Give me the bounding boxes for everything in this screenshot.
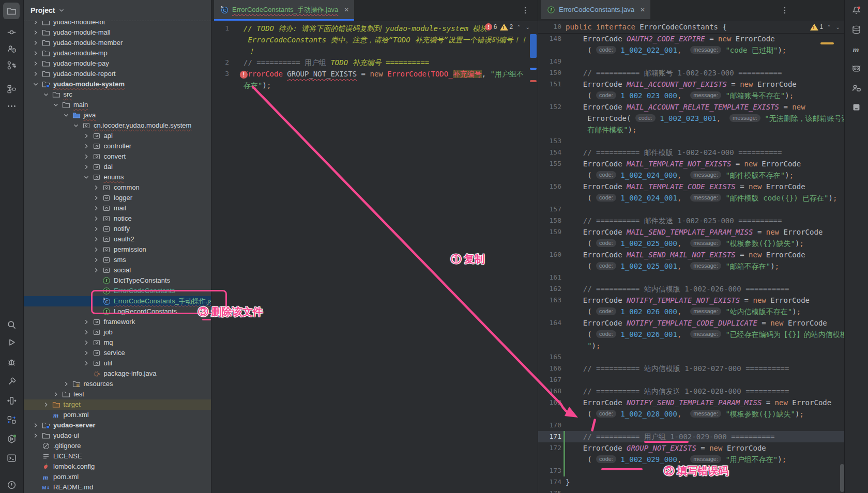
- problems-tool-icon[interactable]: [3, 476, 20, 493]
- chevron-right-icon[interactable]: [93, 246, 100, 253]
- line-number[interactable]: 155: [538, 158, 561, 170]
- tree-item-notice[interactable]: notice: [23, 213, 211, 224]
- tree-item-mq[interactable]: mq: [23, 337, 211, 348]
- chevron-right-icon[interactable]: [93, 256, 100, 264]
- code-line-175[interactable]: 175: [538, 488, 845, 493]
- tree-item-yudao-module-system[interactable]: yudao-module-system: [23, 79, 211, 89]
- tree-item-errorcodeconstants[interactable]: IErrorCodeConstants: [23, 286, 211, 296]
- scrollbar-warning-mark[interactable]: [820, 42, 834, 44]
- chevron-right-icon[interactable]: [83, 329, 90, 336]
- chevron-right-icon[interactable]: [93, 205, 100, 212]
- next-issue-chevron-icon[interactable]: ⌄: [525, 24, 531, 30]
- line-number[interactable]: 166: [538, 363, 561, 374]
- tree-item-yudao-module-pay[interactable]: yudao-module-pay: [23, 58, 211, 69]
- tree-item-notify[interactable]: notify: [23, 224, 211, 234]
- code-area-left[interactable]: 1// TODO 待办: 请将下面的错误码复制到 yudao-module-sy…: [211, 21, 538, 493]
- tab-options-kebab-icon[interactable]: [780, 6, 789, 15]
- line-number[interactable]: [538, 306, 561, 317]
- tree-item-main[interactable]: main: [23, 100, 211, 110]
- next-issue-chevron-icon[interactable]: ⌄: [835, 24, 841, 30]
- tree-item-logger[interactable]: logger: [23, 193, 211, 203]
- build-tool-icon[interactable]: [3, 373, 20, 390]
- line-number[interactable]: [538, 340, 561, 351]
- line-number[interactable]: [538, 170, 561, 181]
- line-number[interactable]: 161: [538, 272, 561, 283]
- tree-item-java[interactable]: java: [23, 110, 211, 120]
- chevron-down-icon[interactable]: [32, 81, 39, 88]
- code-line-173[interactable]: 173: [538, 465, 845, 476]
- chevron-right-icon[interactable]: [83, 153, 90, 160]
- line-number[interactable]: 160: [538, 249, 561, 260]
- chevron-down-icon[interactable]: [83, 174, 90, 181]
- code-line-170[interactable]: 170: [538, 420, 845, 431]
- chevron-right-icon[interactable]: [93, 215, 100, 222]
- more-tools-icon[interactable]: [3, 98, 20, 114]
- remote-dev-icon[interactable]: [3, 411, 20, 428]
- line-number[interactable]: [538, 408, 561, 420]
- prev-issue-chevron-icon[interactable]: ⌃: [515, 24, 522, 30]
- line-number[interactable]: [211, 45, 229, 57]
- terminal-tool-icon[interactable]: [3, 450, 20, 466]
- scrollbar-selection-mark[interactable]: [530, 34, 537, 58]
- line-number[interactable]: 167: [538, 374, 561, 386]
- code-line-1-wrap[interactable]: ErrorCodeConstants 类中。注意，请给“TODO 补充编号”设置…: [211, 34, 538, 45]
- code-line-151[interactable]: 151 ErrorCode MAIL_ACCOUNT_NOT_EXISTS = …: [538, 79, 845, 90]
- tree-item-yudao-module-report[interactable]: yudao-module-report: [23, 69, 211, 79]
- tree-item--gitignore[interactable]: .gitignore: [23, 441, 211, 451]
- scrollbar-error-mark[interactable]: [530, 80, 537, 82]
- commit-tool-icon[interactable]: [3, 24, 20, 40]
- line-number[interactable]: 168: [538, 386, 561, 397]
- tree-item-yudao-module-iot[interactable]: yudao-module-iot: [23, 21, 211, 27]
- tab-options-kebab-icon[interactable]: [521, 6, 530, 15]
- inspection-widget-left[interactable]: ! 6 2 ⌃ ⌄: [485, 23, 531, 30]
- project-panel-header[interactable]: Project: [23, 0, 211, 21]
- code-line-148[interactable]: 148 ErrorCode OAUTH2_CODE_EXPIRE = new E…: [538, 33, 845, 44]
- code-line-160[interactable]: 160 ErrorCode MAIL_SEND_MAIL_NOT_EXISTS …: [538, 249, 845, 260]
- tree-item-readme-md[interactable]: MREADME.md: [23, 482, 211, 492]
- chevron-right-icon[interactable]: [93, 236, 100, 243]
- structure-tool-icon[interactable]: [3, 81, 20, 97]
- tree-item-api[interactable]: api: [23, 131, 211, 141]
- line-number[interactable]: 158: [538, 215, 561, 226]
- search-everywhere-icon[interactable]: [3, 316, 20, 333]
- line-number[interactable]: [538, 44, 561, 56]
- line-number[interactable]: [538, 329, 561, 340]
- code-line-150[interactable]: 150 // ========== 邮箱账号 1-002-023-000 ===…: [538, 67, 845, 79]
- tree-item-pom-xml[interactable]: mpom.xml: [23, 410, 211, 420]
- tree-item-permission[interactable]: permission: [23, 244, 211, 255]
- chevron-right-icon[interactable]: [32, 60, 39, 67]
- line-number[interactable]: 173: [538, 465, 561, 476]
- tree-item-service[interactable]: service: [23, 348, 211, 358]
- code-line-155[interactable]: 155 ErrorCode MAIL_TEMPLATE_NOT_EXISTS =…: [538, 158, 845, 170]
- chevron-right-icon[interactable]: [83, 132, 90, 140]
- code-line-169[interactable]: 169 ErrorCode NOTIFY_SEND_TEMPLATE_PARAM…: [538, 397, 845, 408]
- scrollbar-thumb[interactable]: [840, 464, 844, 492]
- tree-item-license[interactable]: LICENSE: [23, 451, 211, 461]
- tree-item-test[interactable]: test: [23, 389, 211, 399]
- tree-item-framework[interactable]: framework: [23, 317, 211, 327]
- line-number[interactable]: [538, 124, 561, 135]
- users-help-icon[interactable]: ?: [3, 40, 20, 57]
- line-number[interactable]: [538, 192, 561, 204]
- chevron-right-icon[interactable]: [32, 422, 39, 429]
- tree-item-convert[interactable]: convert: [23, 151, 211, 162]
- chevron-right-icon[interactable]: [42, 401, 50, 408]
- notifications-icon[interactable]: [848, 2, 864, 19]
- prev-issue-chevron-icon[interactable]: ⌃: [826, 24, 832, 30]
- code-line-149[interactable]: 149: [538, 56, 845, 67]
- chevron-right-icon[interactable]: [83, 360, 90, 367]
- close-icon[interactable]: ✕: [640, 6, 645, 13]
- line-number[interactable]: 153: [538, 135, 561, 147]
- line-number[interactable]: 172: [538, 442, 561, 454]
- tree-item-logrecordconstants[interactable]: ILogRecordConstants: [23, 306, 211, 317]
- tree-item-sms[interactable]: sms: [23, 255, 211, 265]
- tree-item-social[interactable]: social: [23, 265, 211, 275]
- tree-item-util[interactable]: util: [23, 358, 211, 368]
- chevron-right-icon[interactable]: [83, 318, 90, 326]
- tree-item-job[interactable]: job: [23, 327, 211, 337]
- project-view-icon[interactable]: [3, 3, 20, 19]
- tree-item-dal[interactable]: dal: [23, 162, 211, 172]
- line-number[interactable]: [538, 113, 561, 124]
- chevron-down-icon[interactable]: [72, 122, 80, 129]
- code-area-right[interactable]: 148 ErrorCode OAUTH2_CODE_EXPIRE = new E…: [538, 33, 845, 493]
